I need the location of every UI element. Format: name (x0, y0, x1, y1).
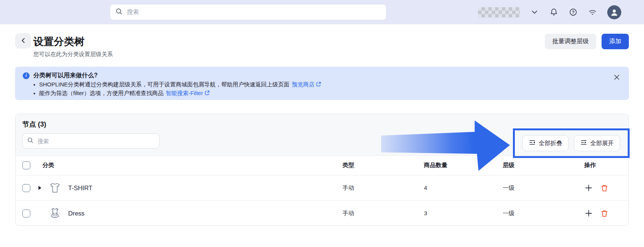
add-button[interactable]: 添加 (602, 34, 629, 49)
select-all-checkbox[interactable] (22, 161, 30, 169)
expand-row-icon[interactable] (37, 186, 43, 190)
smart-search-filter-link[interactable]: 智能搜索-Filter (166, 90, 210, 97)
delete-button[interactable] (600, 183, 609, 192)
collapse-all-label: 全部折叠 (539, 139, 562, 147)
bulk-adjust-level-button[interactable]: 批量调整层级 (545, 34, 596, 49)
table-row: Dress 手动 3 一级 (16, 200, 628, 226)
banner-title: 分类树可以用来做什么? (33, 72, 98, 80)
node-search[interactable] (22, 133, 159, 149)
collapse-all-icon (529, 139, 536, 147)
user-avatar[interactable] (607, 5, 621, 19)
banner-point-2: 能作为筛选（filter）选项，方便用户精准查找商品 (39, 90, 163, 97)
trash-icon (600, 184, 608, 192)
store-name-redacted (478, 7, 520, 17)
plus-icon (585, 210, 592, 217)
chevron-left-icon (21, 38, 25, 45)
col-count: 商品数量 (377, 161, 460, 169)
row-level: 一级 (460, 184, 541, 192)
chevron-down-icon[interactable] (530, 8, 539, 17)
delete-button[interactable] (600, 209, 609, 218)
global-search[interactable] (110, 4, 386, 20)
info-icon: i (23, 72, 30, 79)
search-icon (116, 8, 122, 16)
row-checkbox[interactable] (22, 209, 30, 217)
info-banner: i 分类树可以用来做什么? SHOPLINE分类树通过分类构建层级关系，可用于设… (15, 67, 629, 100)
banner-point-1: SHOPLINE分类树通过分类构建层级关系，可用于设置商城面包屑导航，帮助用户快… (39, 81, 289, 88)
row-count: 3 (377, 210, 460, 217)
page-title: 设置分类树 (33, 35, 84, 48)
notifications-bell-icon[interactable] (549, 8, 558, 17)
banner-close-button[interactable] (613, 73, 621, 81)
preview-store-link-label: 预览商店 (292, 81, 314, 88)
search-icon (27, 137, 33, 145)
external-link-icon (316, 81, 321, 88)
close-icon (614, 74, 620, 80)
row-type: 手动 (320, 184, 377, 192)
col-type: 类型 (320, 161, 377, 169)
collapse-all-button[interactable]: 全部折叠 (522, 135, 569, 151)
row-level: 一级 (460, 209, 541, 217)
topbar: ? (0, 0, 644, 24)
annotation-highlight-box: 全部折叠 全部展开 (513, 128, 630, 158)
row-checkbox[interactable] (22, 184, 30, 192)
col-category: 分类 (37, 161, 320, 169)
category-name[interactable]: T-SHIRT (68, 184, 92, 192)
wifi-icon[interactable] (588, 8, 597, 17)
global-search-input[interactable] (126, 8, 381, 16)
col-actions: 操作 (541, 161, 628, 169)
expand-all-label: 全部展开 (590, 139, 614, 147)
expand-all-button[interactable]: 全部展开 (574, 135, 620, 151)
nodes-panel: 节点 (3) 全部折叠 (15, 114, 629, 226)
trash-icon (600, 209, 608, 217)
expand-all-icon (580, 139, 587, 147)
help-icon[interactable]: ? (569, 8, 578, 17)
svg-text:?: ? (572, 10, 575, 14)
add-child-button[interactable] (584, 183, 593, 192)
preview-store-link[interactable]: 预览商店 (292, 81, 321, 88)
tshirt-icon (48, 181, 62, 195)
page-subtitle: 您可以在此为分类设置层级关系 (33, 51, 113, 58)
node-search-input[interactable] (37, 138, 155, 145)
external-link-icon (205, 90, 210, 97)
col-level: 层级 (460, 161, 541, 169)
row-count: 4 (377, 184, 460, 191)
plus-icon (585, 184, 592, 191)
smart-search-filter-link-label: 智能搜索-Filter (166, 90, 203, 97)
panel-title: 节点 (3) (22, 120, 622, 129)
add-child-button[interactable] (584, 209, 593, 218)
dress-icon (48, 206, 62, 220)
table-row: T-SHIRT 手动 4 一级 (16, 175, 628, 200)
category-name[interactable]: Dress (68, 210, 84, 217)
row-type: 手动 (320, 209, 377, 217)
table-header: 分类 类型 商品数量 层级 操作 (16, 156, 628, 175)
back-button[interactable] (15, 33, 31, 48)
